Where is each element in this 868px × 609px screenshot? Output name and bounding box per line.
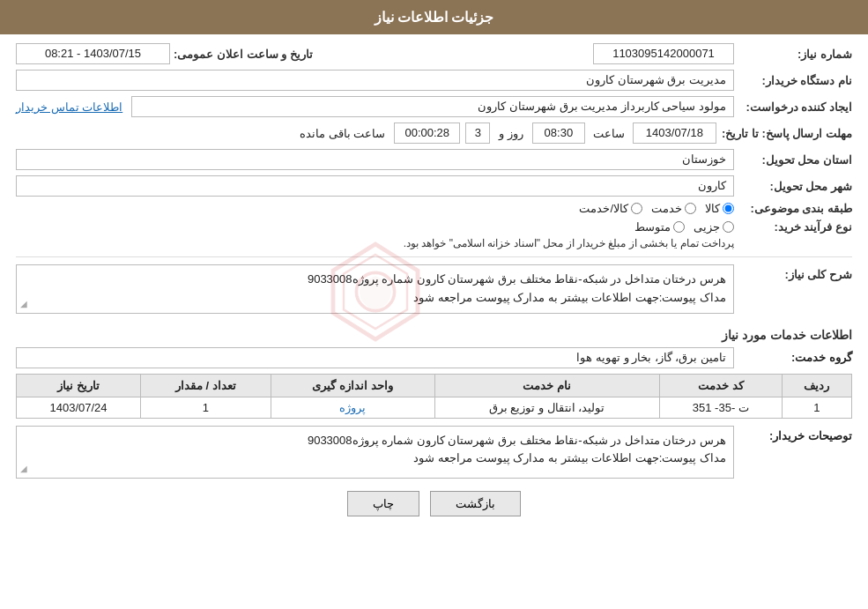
contact-link[interactable]: اطلاعات تماس خریدار <box>16 100 122 114</box>
deadline-days-label: روز و <box>499 127 523 140</box>
purchase-jozi[interactable]: جزیی <box>694 220 734 234</box>
buyer-org-value: مدیریت برق شهرستان کارون <box>16 70 734 91</box>
province-value: خوزستان <box>16 149 734 170</box>
button-row: بازگشت چاپ <box>16 491 852 516</box>
need-number-value: 1103095142000071 <box>593 43 734 64</box>
services-section-title: اطلاعات خدمات مورد نیاز <box>16 328 852 342</box>
category-radio-group: کالا خدمت کالا/خدمت <box>16 202 734 215</box>
table-row: 1ت -35- 351تولید، انتقال و توزیع برقپروژ… <box>17 397 852 418</box>
date-value: 1403/07/15 - 08:21 <box>16 43 170 64</box>
col-code: کد خدمت <box>659 374 782 397</box>
col-unit: واحد اندازه گیری <box>271 374 434 397</box>
creator-value: مولود سیاحی کاربرداز مدیریت برق شهرستان … <box>131 96 734 117</box>
deadline-label: مهلت ارسال پاسخ: تا تاریخ: <box>722 127 852 140</box>
purchase-note: پرداخت تمام یا بخشی از مبلغ خریدار از مح… <box>16 237 734 249</box>
buyer-org-label: نام دستگاه خریدار: <box>738 74 852 87</box>
back-button[interactable]: بازگشت <box>430 491 521 516</box>
buyer-desc-label: توصیحات خریدار: <box>738 426 852 442</box>
city-label: شهر محل تحویل: <box>738 180 852 193</box>
print-button[interactable]: چاپ <box>347 491 419 516</box>
deadline-days: 3 <box>465 123 490 144</box>
category-label: طبقه بندی موضوعی: <box>738 202 852 215</box>
province-label: استان محل تحویل: <box>738 153 852 167</box>
service-group-label: گروه خدمت: <box>738 351 852 364</box>
countdown-label: ساعت باقی مانده <box>300 127 385 140</box>
need-desc-value: هرس درختان متداخل در شبکه-نقاط مختلف برق… <box>16 264 734 314</box>
need-desc-label: شرح کلی نیاز: <box>738 264 852 281</box>
deadline-time-label: ساعت <box>593 127 625 140</box>
category-kala[interactable]: کالا <box>705 202 734 215</box>
category-kala-khedmat[interactable]: کالا/خدمت <box>579 202 642 215</box>
col-name: نام خدمت <box>434 374 659 397</box>
col-row: ردیف <box>782 374 851 397</box>
date-label: تاریخ و ساعت اعلان عمومی: <box>174 48 313 61</box>
purchase-motavasset[interactable]: متوسط <box>634 220 685 234</box>
resize-handle[interactable]: ◢ <box>20 297 27 311</box>
buyer-desc-value: هرس درختان متداخل در شبکه-نقاط مختلف برق… <box>16 426 734 479</box>
deadline-time: 08:30 <box>532 123 585 144</box>
creator-label: ایجاد کننده درخواست: <box>738 100 852 114</box>
service-group-value: تامین برق، گاز، بخار و تهویه هوا <box>16 347 734 368</box>
service-table: ردیف کد خدمت نام خدمت واحد اندازه گیری ت… <box>16 374 852 419</box>
col-qty: تعداد / مقدار <box>141 374 271 397</box>
page-title: جزئیات اطلاعات نیاز <box>375 10 494 25</box>
col-date: تاریخ نیاز <box>17 374 141 397</box>
page-header: جزئیات اطلاعات نیاز <box>0 0 868 34</box>
city-value: کارون <box>16 175 734 197</box>
need-number-label: شماره نیاز: <box>738 48 852 61</box>
category-khedmat[interactable]: خدمت <box>651 202 696 215</box>
resize-handle-desc[interactable]: ◢ <box>20 462 27 476</box>
purchase-type-label: نوع فرآیند خرید: <box>738 220 852 234</box>
countdown: 00:00:28 <box>394 123 460 144</box>
deadline-date: 1403/07/18 <box>633 123 716 144</box>
